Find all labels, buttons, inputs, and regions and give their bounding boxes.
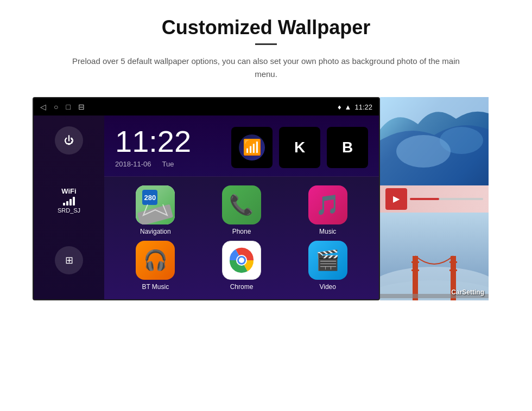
phone-symbol: 📞 bbox=[229, 194, 254, 216]
chrome-icon bbox=[222, 241, 261, 280]
navigation-icon: 280 bbox=[136, 185, 175, 224]
wallpaper-ice[interactable] bbox=[380, 97, 489, 185]
clock-section: 11:22 2018-11-06 Tue 📶 bbox=[104, 115, 379, 177]
clock-date: 2018-11-06 Tue bbox=[115, 160, 191, 168]
music-widget-symbol: ▶ bbox=[393, 194, 400, 204]
status-time: 11:22 bbox=[354, 103, 372, 111]
center-area: 11:22 2018-11-06 Tue 📶 bbox=[104, 115, 379, 299]
main-content: ⏻ WiFi SRD_SJ ⊞ bbox=[34, 115, 379, 299]
clock-time: 11:22 bbox=[115, 126, 191, 157]
bt-symbol: 🎧 bbox=[143, 249, 168, 272]
back-icon[interactable]: ◁ bbox=[40, 102, 46, 111]
status-bar-right: ♦ ▲ 11:22 bbox=[338, 103, 372, 111]
clock-widgets: 📶 K B bbox=[231, 127, 368, 168]
apps-grid-icon: ⊞ bbox=[65, 254, 73, 266]
app-grid: 280 Navigation 📞 bbox=[104, 177, 379, 299]
wifi-signal-widget: 📶 bbox=[239, 134, 265, 160]
phone-icon: 📞 bbox=[222, 185, 261, 224]
android-screen: ◁ ○ □ ⊟ ♦ ▲ 11:22 ⏻ bbox=[33, 97, 380, 300]
wifi-bar-3 bbox=[69, 199, 72, 206]
video-symbol: 🎬 bbox=[315, 249, 340, 272]
k-label: K bbox=[294, 139, 305, 156]
signal-wave-icon: 📶 bbox=[243, 138, 262, 156]
left-sidebar: ⏻ WiFi SRD_SJ ⊞ bbox=[34, 115, 104, 299]
home-icon[interactable]: ○ bbox=[54, 102, 58, 111]
svg-point-3 bbox=[239, 258, 244, 263]
wifi-bar-1 bbox=[63, 203, 65, 206]
k-widget[interactable]: K bbox=[279, 127, 320, 168]
wifi-bar-4 bbox=[73, 197, 75, 206]
phone-label: Phone bbox=[232, 228, 251, 235]
clock-date-value: 2018-11-06 bbox=[115, 160, 151, 168]
music-icon: 🎵 bbox=[308, 185, 347, 224]
clock-info: 11:22 2018-11-06 Tue bbox=[115, 126, 191, 168]
wifi-bar-2 bbox=[66, 201, 68, 206]
status-bar: ◁ ○ □ ⊟ ♦ ▲ 11:22 bbox=[34, 98, 379, 115]
wifi-info: WiFi SRD_SJ bbox=[58, 187, 80, 214]
power-icon: ⏻ bbox=[64, 135, 74, 146]
app-video[interactable]: 🎬 Video bbox=[287, 241, 368, 291]
status-bar-left: ◁ ○ □ ⊟ bbox=[40, 102, 85, 111]
svg-rect-15 bbox=[449, 261, 457, 263]
apps-button[interactable]: ⊞ bbox=[55, 246, 83, 274]
page-description: Preload over 5 default wallpaper options… bbox=[71, 55, 461, 81]
svg-rect-16 bbox=[449, 269, 457, 271]
video-icon: 🎬 bbox=[308, 241, 347, 280]
screen-area: ◁ ○ □ ⊟ ♦ ▲ 11:22 ⏻ bbox=[33, 97, 499, 300]
wifi-network: SRD_SJ bbox=[58, 207, 80, 214]
wifi-signal-icon: ▲ bbox=[345, 103, 352, 111]
wallpaper-panels: ▶ bbox=[380, 97, 489, 300]
b-label: B bbox=[342, 139, 353, 156]
music-widget-panel: ▶ bbox=[380, 185, 489, 213]
svg-rect-13 bbox=[411, 261, 419, 263]
music-symbol: 🎵 bbox=[315, 194, 340, 216]
app-music[interactable]: 🎵 Music bbox=[287, 185, 368, 235]
chrome-label: Chrome bbox=[230, 283, 254, 291]
wifi-bars bbox=[63, 197, 75, 206]
svg-point-6 bbox=[440, 127, 483, 154]
title-divider bbox=[255, 43, 277, 45]
progress-fill bbox=[410, 198, 439, 200]
page-wrapper: Customized Wallpaper Preload over 5 defa… bbox=[0, 0, 532, 311]
b-widget[interactable]: B bbox=[327, 127, 368, 168]
wallpaper-bridge-label: CarSetting bbox=[451, 288, 484, 296]
app-phone[interactable]: 📞 Phone bbox=[201, 185, 282, 235]
app-bt-music[interactable]: 🎧 BT Music bbox=[115, 241, 196, 291]
video-label: Video bbox=[319, 283, 335, 291]
clock-day: Tue bbox=[162, 160, 174, 168]
progress-bar bbox=[410, 198, 483, 200]
signal-widget[interactable]: 📶 bbox=[231, 127, 273, 168]
svg-rect-14 bbox=[411, 269, 419, 271]
ice-wallpaper-bg bbox=[380, 97, 489, 185]
bt-label: BT Music bbox=[142, 283, 169, 291]
music-widget-icon: ▶ bbox=[385, 188, 407, 210]
navigation-label: Navigation bbox=[140, 228, 171, 235]
recent-icon[interactable]: □ bbox=[66, 102, 70, 111]
app-chrome[interactable]: Chrome bbox=[201, 241, 282, 291]
music-label: Music bbox=[319, 228, 336, 235]
wifi-label: WiFi bbox=[61, 187, 76, 195]
chrome-svg bbox=[229, 247, 255, 273]
gallery-icon[interactable]: ⊟ bbox=[78, 102, 85, 111]
location-icon: ♦ bbox=[338, 103, 341, 111]
bt-icon: 🎧 bbox=[136, 241, 175, 280]
page-title: Customized Wallpaper bbox=[162, 16, 371, 39]
power-button[interactable]: ⏻ bbox=[55, 126, 83, 155]
wallpaper-bridge[interactable]: CarSetting bbox=[380, 213, 489, 301]
app-navigation[interactable]: 280 Navigation bbox=[115, 185, 196, 235]
